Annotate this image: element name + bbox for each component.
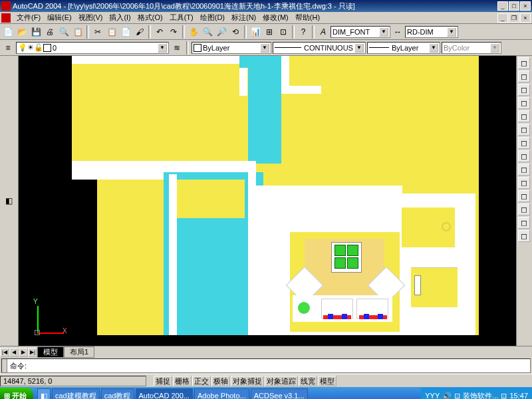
tab-prev-button[interactable]: ◀ xyxy=(9,348,19,357)
dc-icon[interactable]: ⊞ xyxy=(263,25,276,39)
redo-icon[interactable]: ↷ xyxy=(167,25,180,39)
task-item-active[interactable]: AutoCAD 200... xyxy=(136,388,193,399)
tab-model[interactable]: 模型 xyxy=(37,346,64,358)
otrack-button[interactable]: 对象追踪 xyxy=(265,376,298,386)
undo-icon[interactable]: ↶ xyxy=(153,25,166,39)
properties-icon[interactable]: 📊 xyxy=(249,25,262,39)
pan-icon[interactable]: ✋ xyxy=(187,25,200,39)
textstyle-combo[interactable]: DIM_FONT ▼ xyxy=(331,26,390,38)
dropdown-icon[interactable]: ▼ xyxy=(429,43,438,53)
snap-button[interactable]: 捕捉 xyxy=(154,376,172,386)
linetype-combo[interactable]: CONTINUOUS ▼ xyxy=(273,42,366,54)
drawing-canvas[interactable]: X Y xyxy=(19,56,516,346)
command-line[interactable]: 命令: xyxy=(1,358,531,373)
layer-combo[interactable]: 💡 ☀ 🔓 0 ▼ xyxy=(16,42,169,54)
system-tray[interactable]: YYY 🔊 ⊡ 装饰软件... ⊡ 15:47 xyxy=(421,388,532,399)
zoom-rt-icon[interactable]: 🔍 xyxy=(201,25,214,39)
grip-icon[interactable] xyxy=(2,359,7,372)
menu-format[interactable]: 格式(O) xyxy=(134,13,166,23)
ql-icon[interactable]: ◧ xyxy=(37,388,51,399)
tab-layout1[interactable]: 布局1 xyxy=(64,346,94,358)
tool-icon[interactable]: ◻ xyxy=(518,84,530,96)
task-item[interactable]: ACDSee v3.1... xyxy=(251,388,308,399)
copy-icon[interactable]: 📋 xyxy=(105,25,118,39)
zoom-win-icon[interactable]: 🔎 xyxy=(215,25,228,39)
tab-next-button[interactable]: ▶ xyxy=(19,348,28,357)
dropdown-icon[interactable]: ▼ xyxy=(379,27,388,37)
textstyle-icon[interactable]: A xyxy=(317,25,330,39)
tool-icon[interactable]: ◻ xyxy=(518,217,530,229)
menu-insert[interactable]: 插入(I) xyxy=(106,13,134,23)
polar-button[interactable]: 极轴 xyxy=(211,376,230,386)
menu-dimension[interactable]: 标注(N) xyxy=(228,13,259,23)
menu-edit[interactable]: 编辑(E) xyxy=(44,13,75,23)
paste-icon[interactable]: 📄 xyxy=(119,25,132,39)
ortho-button[interactable]: 正交 xyxy=(192,376,211,386)
close-button[interactable]: × xyxy=(520,1,531,11)
tool-icon[interactable]: ◻ xyxy=(518,190,530,202)
maximize-button[interactable]: □ xyxy=(509,1,519,11)
plot-icon[interactable]: 🖨 xyxy=(43,25,57,39)
menu-help[interactable]: 帮助(H) xyxy=(292,13,323,23)
preview-icon[interactable]: 🔍 xyxy=(57,25,70,39)
dropdown-icon[interactable]: ▼ xyxy=(447,27,456,37)
menu-view[interactable]: 视图(V) xyxy=(75,13,106,23)
clock[interactable]: 15:47 xyxy=(509,392,528,399)
tool-icon[interactable]: ◻ xyxy=(518,137,530,149)
dropdown-icon[interactable]: ▼ xyxy=(158,43,167,53)
task-item[interactable]: cad教程 xyxy=(101,388,134,399)
osnap-button[interactable]: 对象捕捉 xyxy=(231,376,264,386)
tool-icon[interactable]: ◻ xyxy=(518,177,530,189)
tab-last-button[interactable]: ▶| xyxy=(28,348,37,357)
publish-icon[interactable]: 📋 xyxy=(71,25,84,39)
tp-icon[interactable]: ⊡ xyxy=(277,25,290,39)
tool-icon[interactable]: ◻ xyxy=(518,203,530,215)
match-icon[interactable]: 🖌 xyxy=(133,25,146,39)
open-icon[interactable]: 📂 xyxy=(15,25,29,39)
tray-icon[interactable]: ⊡ xyxy=(454,392,460,400)
minimize-button[interactable]: _ xyxy=(497,1,508,11)
menu-tools[interactable]: 工具(T) xyxy=(166,13,197,23)
cut-icon[interactable]: ✂ xyxy=(91,25,104,39)
task-item[interactable]: Adobe Photo... xyxy=(194,388,249,399)
help-icon[interactable]: ? xyxy=(297,25,310,39)
tray-icon[interactable]: 🔊 xyxy=(442,392,452,400)
menu-modify[interactable]: 修改(M) xyxy=(259,13,292,23)
tool-icon[interactable]: ◻ xyxy=(518,97,530,109)
new-icon[interactable]: 📄 xyxy=(1,25,15,39)
layer-mgr-icon[interactable]: ≡ xyxy=(1,41,15,55)
save-icon[interactable]: 💾 xyxy=(29,25,43,39)
start-button[interactable]: ⊞ 开始 xyxy=(0,388,33,399)
room xyxy=(97,180,164,335)
coordinates[interactable]: 14847, 5216, 0 xyxy=(0,376,146,386)
tool-icon[interactable]: ◻ xyxy=(518,70,530,82)
nav-icon[interactable]: ◧ xyxy=(3,194,16,207)
mdi-close-button[interactable]: × xyxy=(520,13,531,23)
mdi-minimize-button[interactable]: _ xyxy=(497,13,508,23)
task-item[interactable]: cad建模教程 xyxy=(52,388,100,399)
tool-icon[interactable]: ◻ xyxy=(518,150,530,162)
tray-icon[interactable]: ⊡ xyxy=(501,392,507,400)
menu-file[interactable]: 文件(F) xyxy=(13,13,44,23)
tool-icon[interactable]: ◻ xyxy=(518,57,530,69)
lwt-button[interactable]: 线宽 xyxy=(299,376,317,386)
dimstyle-icon[interactable]: ↔ xyxy=(391,25,404,39)
model-button[interactable]: 模型 xyxy=(318,376,336,386)
menu-draw[interactable]: 绘图(D) xyxy=(197,13,228,23)
tool-icon[interactable]: ◻ xyxy=(518,110,530,122)
tab-first-button[interactable]: |◀ xyxy=(0,348,9,357)
tool-icon[interactable]: ◻ xyxy=(518,164,530,176)
mdi-restore-button[interactable]: ❐ xyxy=(509,13,519,23)
tray-extra[interactable]: 装饰软件... xyxy=(463,391,498,400)
lineweight-combo[interactable]: ByLayer ▼ xyxy=(367,42,440,54)
zoom-prev-icon[interactable]: ⟲ xyxy=(229,25,242,39)
layer-prev-icon[interactable]: ≋ xyxy=(170,41,184,55)
grid-button[interactable]: 栅格 xyxy=(173,376,192,386)
tool-icon[interactable]: ◻ xyxy=(518,124,530,136)
tool-icon[interactable]: ◻ xyxy=(518,230,530,242)
dropdown-icon[interactable]: ▼ xyxy=(354,43,364,53)
dimstyle-combo[interactable]: RD-DIM ▼ xyxy=(405,26,458,38)
dropdown-icon[interactable]: ▼ xyxy=(260,43,269,53)
separator xyxy=(292,25,295,39)
color-combo[interactable]: ByLayer ▼ xyxy=(192,42,271,54)
